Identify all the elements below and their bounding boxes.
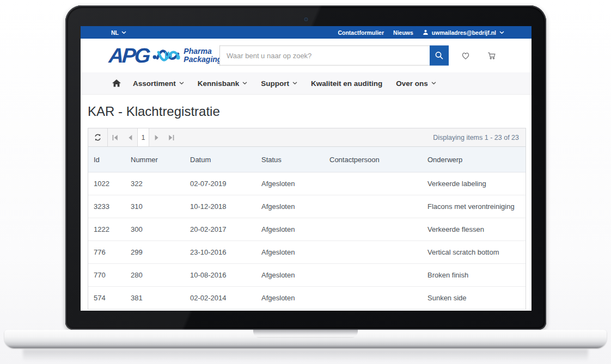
cell-id: 574 xyxy=(88,287,125,310)
grid-pager: 1 Displaying items 1 - 23 of 23 xyxy=(88,128,526,147)
nav-item-label: Kennisbank xyxy=(198,79,240,88)
current-page[interactable]: 1 xyxy=(137,128,149,146)
cell-datum: 10-08-2016 xyxy=(185,264,256,287)
column-header-id[interactable]: Id xyxy=(88,147,125,172)
account-menu[interactable]: uwmailadres@bedrijf.nl xyxy=(423,29,504,36)
nav-item-label: Over ons xyxy=(396,79,428,88)
cell-contactpersoon xyxy=(324,172,422,195)
cell-nummer: 381 xyxy=(125,287,185,310)
laptop-screen: NL Contactformulier Nieuws uwmailadres@b… xyxy=(81,26,531,311)
last-page-icon xyxy=(168,135,174,140)
chevron-down-icon xyxy=(242,82,247,85)
table-row[interactable]: 1222 300 20-02-2017 Afgesloten Verkeerde… xyxy=(88,218,526,241)
nav-item-assortiment[interactable]: Assortiment xyxy=(133,79,184,88)
cell-contactpersoon xyxy=(324,264,422,287)
page-title: KAR - Klachtregistratie xyxy=(88,104,526,119)
nav-item-kennisbank[interactable]: Kennisbank xyxy=(198,79,248,88)
nav-item-over-ons[interactable]: Over ons xyxy=(396,79,436,88)
refresh-icon xyxy=(94,133,102,141)
column-header-contactpersoon[interactable]: Contactpersoon xyxy=(324,147,422,172)
laptop-lid: NL Contactformulier Nieuws uwmailadres@b… xyxy=(65,5,546,330)
laptop-reflection xyxy=(23,349,588,361)
table-row[interactable]: 776 299 23-10-2016 Afgesloten Vertical s… xyxy=(88,241,526,264)
cell-onderwerp: Verkeerde flessen xyxy=(422,218,526,241)
column-header-datum[interactable]: Datum xyxy=(185,147,256,172)
laptop-base xyxy=(4,330,607,348)
wishlist-button[interactable] xyxy=(457,47,474,64)
cell-status: Afgesloten xyxy=(256,287,324,310)
dna-icon xyxy=(152,45,180,66)
logo-acronym: APG xyxy=(108,45,150,66)
next-page-button[interactable] xyxy=(149,128,164,146)
chevron-down-icon xyxy=(431,82,436,85)
cart-icon xyxy=(487,48,497,63)
main-nav: Assortiment Kennisbank Support Kwaliteit… xyxy=(81,72,531,95)
nav-item-label: Kwaliteit en auditing xyxy=(311,79,382,88)
nav-item-kwaliteit-en-auditing[interactable]: Kwaliteit en auditing xyxy=(311,79,382,88)
pager-status: Displaying items 1 - 23 of 23 xyxy=(433,134,519,141)
cart-button[interactable] xyxy=(484,47,500,64)
cell-contactpersoon xyxy=(324,218,422,241)
chevron-down-icon xyxy=(292,82,297,85)
cell-status: Afgesloten xyxy=(256,195,324,218)
cell-id: 1022 xyxy=(88,172,125,195)
prev-page-icon xyxy=(128,135,132,140)
column-header-onderwerp[interactable]: Onderwerp xyxy=(422,147,526,172)
cell-contactpersoon xyxy=(324,195,422,218)
table-row[interactable]: 770 280 10-08-2016 Afgesloten Broken fin… xyxy=(88,264,526,287)
laptop-lid-notch xyxy=(253,330,358,338)
table-row[interactable]: 3233 310 10-12-2018 Afgesloten Flacons m… xyxy=(88,195,526,218)
logo-subtitle: Pharma Packaging xyxy=(184,47,222,63)
search-bar xyxy=(219,46,449,66)
cell-status: Afgesloten xyxy=(256,241,324,264)
page-content: KAR - Klachtregistratie xyxy=(81,104,531,310)
cell-id: 776 xyxy=(88,241,125,264)
language-label: NL xyxy=(111,29,119,36)
cell-onderwerp: Vertical scratch bottom xyxy=(422,241,526,264)
nav-item-support[interactable]: Support xyxy=(261,79,297,88)
cell-onderwerp: Broken finish xyxy=(422,264,526,287)
cell-contactpersoon xyxy=(324,241,422,264)
complaints-table: Id Nummer Datum Status Contactpersoon On… xyxy=(88,147,526,309)
logo[interactable]: APG Pharma Packaging xyxy=(109,45,222,66)
cell-status: Afgesloten xyxy=(256,172,324,195)
prev-page-button[interactable] xyxy=(123,128,137,146)
cell-onderwerp: Verkeerde labeling xyxy=(422,172,526,195)
news-link[interactable]: Nieuws xyxy=(393,29,413,36)
table-header-row: Id Nummer Datum Status Contactpersoon On… xyxy=(88,147,526,172)
cell-status: Afgesloten xyxy=(256,218,324,241)
cell-id: 1222 xyxy=(88,218,125,241)
table-row[interactable]: 574 381 02-02-2014 Afgesloten Sunken sid… xyxy=(88,287,526,310)
column-header-nummer[interactable]: Nummer xyxy=(125,147,185,172)
cell-datum: 02-02-2014 xyxy=(185,287,256,310)
account-email: uwmailadres@bedrijf.nl xyxy=(432,29,496,36)
contact-link[interactable]: Contactformulier xyxy=(338,29,384,36)
search-icon xyxy=(435,51,444,60)
cell-nummer: 300 xyxy=(125,218,185,241)
data-grid: 1 Displaying items 1 - 23 of 23 xyxy=(88,128,526,310)
logo-subtitle-line2: Packaging xyxy=(184,55,222,64)
cell-datum: 02-07-2019 xyxy=(185,172,256,195)
cell-datum: 20-02-2017 xyxy=(185,218,256,241)
first-page-button[interactable] xyxy=(108,128,123,146)
cell-datum: 23-10-2016 xyxy=(185,241,256,264)
column-header-status[interactable]: Status xyxy=(256,147,324,172)
cell-nummer: 310 xyxy=(125,195,185,218)
topbar: NL Contactformulier Nieuws uwmailadres@b… xyxy=(81,26,531,39)
heart-icon xyxy=(461,48,471,63)
cell-nummer: 299 xyxy=(125,241,185,264)
cell-contactpersoon xyxy=(324,287,422,310)
search-button[interactable] xyxy=(430,46,449,66)
table-row[interactable]: 1022 322 02-07-2019 Afgesloten Verkeerde… xyxy=(88,172,526,195)
logo-subtitle-line1: Pharma xyxy=(184,47,222,55)
search-input[interactable] xyxy=(219,46,430,66)
user-icon xyxy=(423,29,429,35)
language-selector[interactable]: NL xyxy=(111,29,126,36)
cell-status: Afgesloten xyxy=(256,264,324,287)
home-icon xyxy=(112,79,121,87)
refresh-button[interactable] xyxy=(88,128,108,146)
cell-nummer: 280 xyxy=(125,264,185,287)
last-page-button[interactable] xyxy=(164,128,179,146)
nav-home[interactable] xyxy=(112,79,121,87)
nav-item-label: Assortiment xyxy=(133,79,176,88)
